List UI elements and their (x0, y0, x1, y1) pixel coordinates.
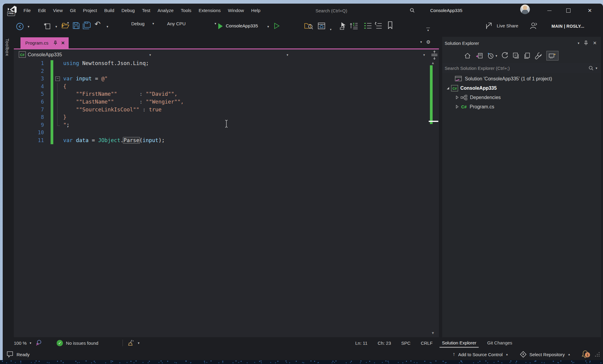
code-line-3[interactable]: 3−var input = @" (14, 75, 426, 83)
code-text[interactable]: } (63, 114, 426, 121)
tree-expander-icon[interactable] (454, 95, 460, 99)
health-check-icon[interactable]: ✓ (57, 340, 63, 346)
solution-platform-combo[interactable]: Any CPU ▾ (167, 21, 216, 26)
find-in-files-icon[interactable] (304, 22, 313, 30)
tree-expander-icon[interactable] (445, 87, 451, 90)
se-search-dropdown[interactable]: ▾ (595, 66, 597, 70)
line-number[interactable]: 6 (14, 98, 44, 106)
code-line-2[interactable]: 2 (14, 67, 426, 75)
code-text[interactable] (63, 67, 426, 75)
color-preview-magnifier-icon[interactable] (36, 340, 42, 346)
code-text[interactable]: var input = @" (63, 75, 426, 83)
undo-dropdown[interactable]: ▾ (107, 25, 108, 29)
comment-lines-icon[interactable] (374, 22, 382, 30)
line-indicator[interactable]: Ln: 11 (355, 341, 368, 346)
bookmark-icon[interactable] (387, 21, 393, 30)
show-all-files-icon[interactable] (524, 52, 531, 59)
line-number[interactable]: 7 (14, 106, 44, 114)
zoom-dropdown[interactable]: ▾ (30, 341, 32, 345)
zoom-level[interactable]: 100 % (14, 341, 27, 346)
save-all-button[interactable] (82, 22, 91, 30)
pin-tab-icon[interactable] (53, 41, 58, 45)
menu-item-help[interactable]: Help (247, 4, 264, 17)
line-ending-indicator[interactable]: CRLF (421, 341, 433, 346)
line-number[interactable]: 5 (14, 90, 44, 98)
new-project-dropdown[interactable]: ▾ (55, 25, 57, 29)
code-line-7[interactable]: 7 ""SourceLinkIsCool"" : true (14, 106, 426, 114)
go-to-cursor-icon[interactable] (339, 22, 347, 30)
tree-item-consoleapp335[interactable]: C#ConsoleApp335 (442, 83, 601, 93)
line-number[interactable]: 10 (14, 129, 44, 137)
breadcrumb-type-dropdown[interactable]: ▾ (287, 53, 288, 57)
panel-menu-dropdown[interactable]: ▾ (578, 41, 580, 45)
menu-item-test[interactable]: Test (138, 4, 154, 17)
resize-grip[interactable] (595, 352, 600, 357)
code-text[interactable]: ""FirstName"" : ""David"", (63, 90, 426, 98)
select-repository-dropdown[interactable]: ▲ (568, 353, 570, 356)
preview-selected-items-button[interactable] (546, 51, 558, 61)
toolbox-autohide-tab[interactable]: Toolbox (5, 39, 10, 56)
code-text[interactable]: ""SourceLinkIsCool"" : true (63, 106, 426, 114)
tree-item-program-cs[interactable]: C#Program.cs (442, 102, 601, 111)
select-repository-button[interactable]: Select Repository (530, 352, 565, 357)
code-cleanup-broom-icon[interactable] (128, 339, 135, 347)
editor-settings-gear-icon[interactable]: ⚙ (426, 39, 430, 45)
pin-panel-icon[interactable] (584, 41, 588, 45)
feedback-bubble-icon[interactable] (6, 351, 14, 358)
code-text[interactable]: "; (63, 121, 426, 129)
switch-views-icon[interactable] (475, 52, 483, 59)
user-avatar[interactable] (520, 5, 530, 14)
menu-item-debug[interactable]: Debug (118, 4, 138, 17)
line-number[interactable]: 4 (14, 83, 44, 91)
code-text[interactable]: using Newtonsoft.Json.Linq; (63, 60, 426, 67)
menu-item-edit[interactable]: Edit (34, 4, 49, 17)
tree-expander-icon[interactable] (454, 105, 460, 109)
add-to-source-control-dropdown[interactable]: ▲ (506, 353, 508, 356)
start-debug-icon[interactable] (218, 23, 223, 29)
code-line-1[interactable]: 1using Newtonsoft.Json.Linq; (14, 60, 426, 67)
issues-label[interactable]: No issues found (66, 341, 98, 346)
menu-item-view[interactable]: View (49, 4, 66, 17)
code-line-11[interactable]: 11var data = JObject.Parse(input); (14, 137, 426, 145)
collapse-all-icon[interactable] (512, 52, 520, 59)
breadcrumb-project-dropdown[interactable]: ▾ (149, 53, 151, 57)
spaces-indicator[interactable]: SPC (401, 341, 411, 346)
breadcrumb-member-dropdown[interactable]: ▾ (423, 53, 425, 57)
code-line-6[interactable]: 6 ""LastName"" : ""Wengier"", (14, 98, 426, 106)
fold-gutter[interactable]: − (55, 75, 63, 83)
code-cleanup-dropdown[interactable]: ▾ (138, 341, 140, 345)
navigate-back-dropdown[interactable]: ▾ (28, 25, 30, 29)
line-number[interactable]: 2 (14, 67, 44, 75)
code-text[interactable]: ""LastName"" : ""Wengier"", (63, 98, 426, 106)
home-window-icon[interactable] (317, 22, 326, 30)
line-number[interactable]: 3 (14, 75, 44, 83)
maximize-button[interactable] (561, 4, 576, 17)
save-button[interactable] (72, 22, 80, 30)
menu-item-extensions[interactable]: Extensions (195, 4, 224, 17)
home-icon[interactable] (464, 52, 471, 59)
properties-wrench-icon[interactable] (535, 52, 542, 60)
new-project-button[interactable] (43, 22, 51, 30)
line-number[interactable]: 9 (14, 121, 44, 129)
startup-project-label[interactable]: ConsoleApp335 (226, 23, 258, 28)
run-target-dropdown[interactable]: ▾ (267, 25, 269, 29)
live-share-label[interactable]: Live Share (497, 23, 518, 28)
code-line-5[interactable]: 5 ""FirstName"" : ""David"", (14, 90, 426, 98)
menu-item-window[interactable]: Window (224, 4, 247, 17)
menu-item-file[interactable]: File (20, 4, 34, 17)
home-window-dropdown[interactable]: ▾ (330, 28, 331, 31)
toolbar-overflow-button[interactable]: ▾ (426, 28, 430, 32)
se-search-icon[interactable] (589, 66, 594, 71)
document-list-dropdown[interactable]: ▾ (420, 40, 422, 44)
close-tab-icon[interactable]: ✕ (61, 40, 65, 46)
notifications-bell[interactable]: 1 (581, 349, 592, 359)
pending-changes-filter-button[interactable]: ▾ (487, 52, 497, 59)
menu-item-git[interactable]: Git (66, 4, 79, 17)
navigate-back-button[interactable] (15, 22, 25, 31)
menu-item-analyze[interactable]: Analyze (154, 4, 177, 17)
undo-icon[interactable]: ↶ (95, 20, 101, 28)
global-search[interactable]: Search (Ctrl+Q) (315, 4, 415, 17)
scrollbar-up-icon[interactable]: ▲ (431, 61, 435, 65)
breadcrumb-project[interactable]: ConsoleApp335 (28, 52, 62, 58)
tree-item-dependencies[interactable]: Dependencies (442, 93, 601, 102)
